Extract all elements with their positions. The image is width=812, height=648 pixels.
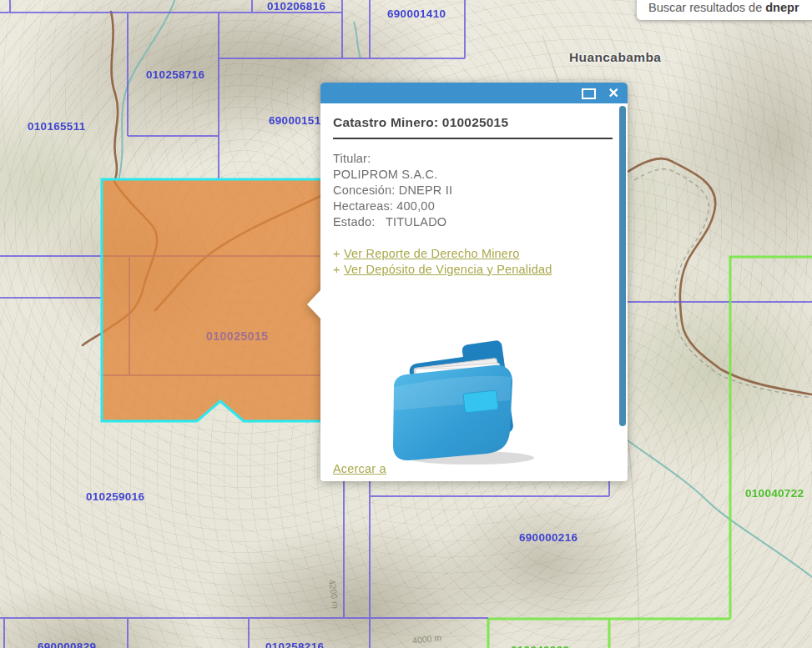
parcel-label: 690001510 bbox=[269, 114, 327, 127]
field-hectareas: Hectareas: 400,00 bbox=[333, 198, 613, 214]
popup-callout-arrow bbox=[307, 290, 320, 319]
popup-body: Catastro Minero: 010025015 Titular: POLI… bbox=[320, 103, 628, 481]
search-suggestion[interactable]: Buscar resultados de dnepr bbox=[637, 0, 812, 20]
zoom-to-link[interactable]: Acercar a bbox=[333, 462, 386, 475]
selected-concession-polygon[interactable] bbox=[102, 179, 322, 421]
link-prefix: + bbox=[333, 263, 344, 276]
parcel-label: 010258716 bbox=[146, 68, 204, 81]
search-suggestion-prefix: Buscar resultados de bbox=[648, 1, 765, 14]
close-icon[interactable]: ✕ bbox=[608, 87, 619, 99]
concession-fields: Titular: POLIPROM S.A.C. Concesión: DNEP… bbox=[333, 151, 613, 230]
field-titular-label: Titular: bbox=[333, 151, 613, 167]
maximize-icon[interactable] bbox=[582, 88, 596, 99]
parcel-label: 010165511 bbox=[28, 120, 86, 133]
identify-popup: ✕ Catastro Minero: 010025015 Titular: PO… bbox=[320, 83, 628, 481]
parcel-label: 690000216 bbox=[519, 531, 577, 544]
parcel-label: 010259016 bbox=[86, 490, 144, 503]
link-deposito-vigencia[interactable]: Ver Depósito de Vigencia y Penalidad bbox=[344, 263, 552, 276]
popup-scrollbar[interactable] bbox=[619, 106, 626, 426]
divider bbox=[333, 138, 613, 139]
parcel-label: 690000829 bbox=[38, 640, 96, 648]
popup-title: Catastro Minero: 010025015 bbox=[333, 115, 613, 130]
map-canvas[interactable]: 010206816 690001410 010258716 690001510 … bbox=[0, 0, 812, 648]
parcel-label-green: 010040722 bbox=[745, 487, 804, 500]
link-prefix: + bbox=[333, 247, 344, 260]
search-suggestion-term: dnepr bbox=[765, 1, 799, 14]
report-links: + Ver Reporte de Derecho Minero + Ver De… bbox=[333, 246, 613, 278]
boundary-dashed-line bbox=[634, 169, 812, 398]
popup-titlebar[interactable]: ✕ bbox=[320, 83, 628, 103]
field-titular-value: POLIPROM S.A.C. bbox=[333, 167, 613, 183]
link-reporte-derecho-minero[interactable]: Ver Reporte de Derecho Minero bbox=[344, 247, 520, 260]
parcel-label: 690001410 bbox=[387, 8, 446, 20]
parcel-label-green: 010040022 bbox=[511, 644, 569, 648]
parcel-label: 010206816 bbox=[267, 0, 325, 13]
field-estado: Estado: TITULADO bbox=[333, 214, 613, 230]
place-label: Huancabamba bbox=[569, 50, 661, 65]
folder-documents-icon bbox=[371, 334, 537, 467]
selected-parcel-label: 010025015 bbox=[206, 329, 269, 343]
field-concesion: Concesión: DNEPR II bbox=[333, 183, 613, 198]
parcel-label: 010258216 bbox=[265, 640, 324, 648]
